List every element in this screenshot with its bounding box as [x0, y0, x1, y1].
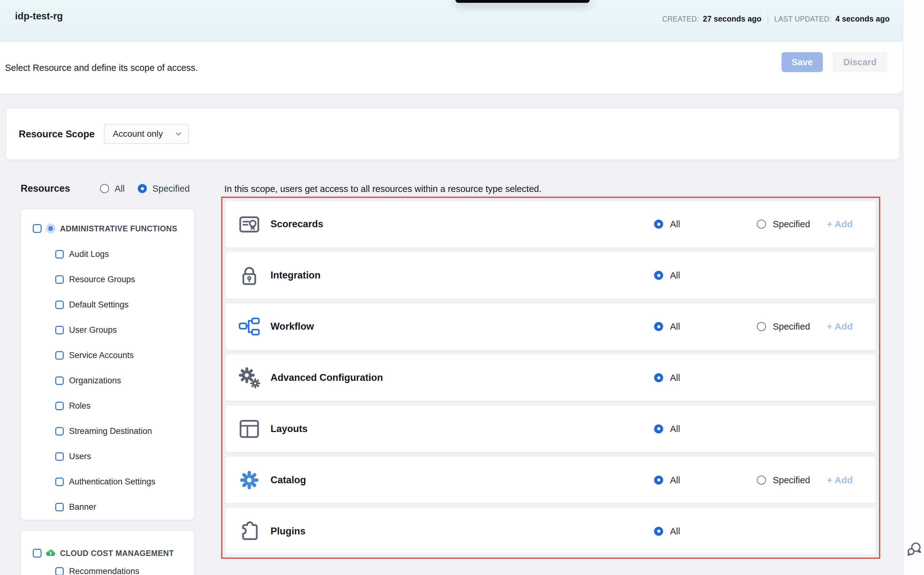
all-label: All	[670, 270, 680, 281]
item-checkbox[interactable]	[55, 300, 64, 309]
resource-type-row: Layouts All	[226, 405, 876, 452]
all-label: All	[670, 373, 680, 383]
right-gutter	[903, 0, 924, 575]
resource-type-row: Scorecards All Specified + Add	[226, 201, 876, 248]
lock-icon	[238, 264, 261, 287]
radio-all[interactable]	[654, 424, 663, 433]
resource-type-row: Integration All	[226, 252, 876, 299]
item-checkbox[interactable]	[55, 402, 64, 410]
resource-scope-select[interactable]: Account only	[104, 124, 189, 144]
radio-all[interactable]	[654, 373, 663, 383]
item-checkbox[interactable]	[55, 478, 64, 486]
chevron-down-icon	[175, 132, 182, 136]
all-label: All	[670, 475, 680, 485]
radio-all[interactable]	[654, 271, 663, 280]
radio-specified[interactable]	[757, 475, 766, 484]
scope-description: In this scope, users get access to all r…	[224, 184, 542, 194]
item-checkbox[interactable]	[55, 250, 64, 259]
radio-all[interactable]	[654, 322, 663, 331]
resources-title: Resources	[21, 183, 70, 194]
resource-tree-item: Organizations	[55, 375, 121, 386]
resource-type-row: Advanced Configuration All	[226, 354, 876, 401]
tree-item-label: Resource Groups	[69, 275, 135, 284]
group-checkbox[interactable]	[33, 549, 41, 558]
tree-item-label: Organizations	[69, 376, 121, 386]
resources-all-label: All	[115, 184, 125, 194]
tree-item-label: Audit Logs	[69, 249, 109, 259]
radio-specified[interactable]	[757, 322, 766, 331]
item-checkbox[interactable]	[55, 351, 64, 360]
header-meta: CREATED: 27 seconds ago LAST UPDATED: 4 …	[662, 13, 890, 24]
discard-button[interactable]: Discard	[832, 52, 887, 72]
all-label: All	[670, 526, 680, 536]
tree-item-label: User Groups	[69, 325, 117, 335]
app-header: idp-test-rg CREATED: 27 seconds ago LAST…	[0, 0, 903, 42]
tree-item-label: Roles	[69, 401, 91, 411]
resources-radio-specified[interactable]	[138, 184, 147, 193]
resource-group-page: idp-test-rg CREATED: 27 seconds ago LAST…	[0, 0, 924, 575]
tree-item-label: Default Settings	[69, 300, 129, 310]
row-label: Catalog	[271, 475, 306, 486]
resource-type-row: Plugins All	[226, 508, 876, 554]
item-checkbox[interactable]	[55, 503, 64, 511]
specified-label: Specified	[773, 321, 810, 332]
support-chat-icon[interactable]	[907, 542, 921, 556]
workflow-icon	[238, 315, 261, 338]
add-button[interactable]: + Add	[827, 321, 853, 332]
group-label: CLOUD COST MANAGEMENT	[60, 549, 174, 558]
row-label: Integration	[271, 270, 320, 281]
item-checkbox[interactable]	[55, 326, 64, 334]
radio-all[interactable]	[654, 527, 663, 536]
all-label: All	[670, 321, 680, 332]
resource-tree-item: User Groups	[55, 324, 117, 335]
resources-header: Resources All Specified	[21, 182, 196, 195]
item-checkbox[interactable]	[55, 567, 64, 575]
tree-item-label: Authentication Settings	[69, 477, 155, 487]
radio-specified[interactable]	[757, 220, 766, 229]
layout-icon	[238, 418, 261, 440]
toolbar-description: Select Resource and define its scope of …	[5, 63, 198, 73]
row-label: Plugins	[271, 526, 306, 537]
last-updated-label: LAST UPDATED:	[774, 15, 832, 23]
add-button[interactable]: + Add	[827, 475, 853, 485]
resource-group-header: ADMINISTRATIVE FUNCTIONS	[33, 223, 177, 234]
resources-radio-all[interactable]	[100, 184, 109, 193]
item-checkbox[interactable]	[55, 452, 64, 461]
resource-tree-item: Audit Logs	[55, 248, 109, 260]
last-updated-value: 4 seconds ago	[835, 14, 890, 23]
gear-blue-icon	[238, 469, 261, 491]
item-checkbox[interactable]	[55, 427, 64, 435]
resource-tree-item: Default Settings	[55, 299, 129, 310]
resource-tree-card-administrative: ADMINISTRATIVE FUNCTIONS Audit Logs Reso…	[21, 209, 194, 520]
item-checkbox[interactable]	[55, 275, 64, 284]
group-label: ADMINISTRATIVE FUNCTIONS	[60, 224, 177, 233]
resource-tree-card-cloud-cost: CLOUD COST MANAGEMENT Recommendations	[21, 531, 194, 575]
row-label: Advanced Configuration	[271, 372, 383, 383]
resource-scope-value: Account only	[113, 129, 175, 139]
row-label: Scorecards	[271, 219, 323, 230]
item-checkbox[interactable]	[55, 376, 64, 385]
tree-item-label: Recommendations	[69, 567, 139, 575]
resource-tree-item: Streaming Destination	[55, 426, 152, 437]
radio-all[interactable]	[654, 475, 663, 484]
row-label: Layouts	[271, 423, 308, 435]
top-notch	[456, 0, 590, 3]
save-button[interactable]: Save	[782, 52, 823, 72]
resource-scope-card: Resource Scope Account only	[6, 109, 899, 159]
specified-label: Specified	[773, 475, 810, 485]
cloud-dollar-icon	[46, 548, 56, 558]
specified-label: Specified	[773, 219, 810, 229]
created-value: 27 seconds ago	[703, 14, 762, 23]
radio-all[interactable]	[654, 220, 663, 229]
all-label: All	[670, 424, 680, 434]
add-button[interactable]: + Add	[827, 219, 853, 229]
group-checkbox[interactable]	[33, 224, 41, 233]
resource-tree-item: Recommendations	[55, 565, 139, 575]
page-title: idp-test-rg	[15, 11, 63, 22]
created-label: CREATED:	[662, 15, 699, 23]
resource-tree-item: Authentication Settings	[55, 476, 155, 487]
tree-item-label: Streaming Destination	[69, 426, 152, 436]
selected-resources-box: Scorecards All Specified + Add Integrati…	[221, 197, 880, 559]
resource-tree-item: Banner	[55, 501, 96, 513]
resource-tree-item: Service Accounts	[55, 349, 134, 361]
